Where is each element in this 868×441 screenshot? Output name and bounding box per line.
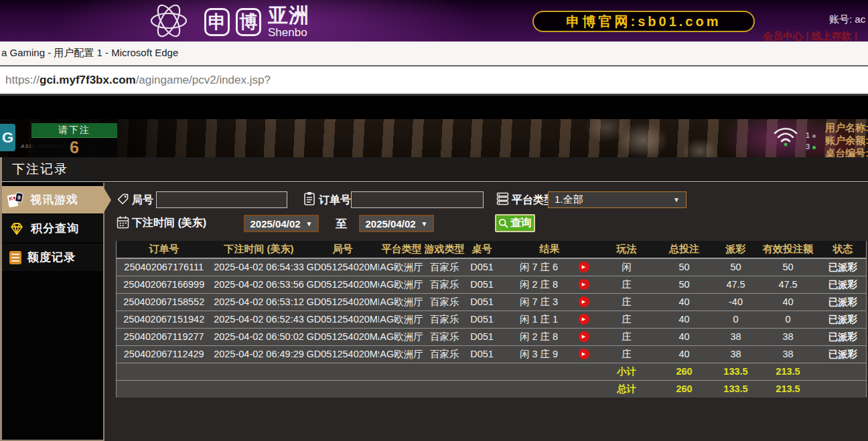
date-from-picker[interactable]: 2025/04/02 ▼ xyxy=(244,215,319,232)
platform-type-value: 1.全部 xyxy=(555,193,583,206)
cell-status: 已派彩 xyxy=(820,328,867,345)
cell-bet-time: 2025-04-02 06:50:02 xyxy=(212,328,307,345)
asia-gaming-badge-icon: G xyxy=(0,124,15,151)
sidebar-item-video-games[interactable]: K♥ 9 视讯游戏 xyxy=(2,186,103,213)
col-total-bet: 总投注 xyxy=(654,241,715,258)
date-from-value: 2025/04/02 xyxy=(250,218,301,230)
logo-char-box: 申 xyxy=(204,8,230,36)
play-video-button[interactable]: ▶ xyxy=(579,349,589,359)
col-result: 结果 xyxy=(500,241,600,258)
cell-status: 已派彩 xyxy=(820,276,867,293)
window-title: a Gaming - 用户配置 1 - Microsoft Edge xyxy=(1,47,178,60)
cell-status: 已派彩 xyxy=(820,345,867,363)
site-logo: 申 博 亚洲 Shenbo xyxy=(139,0,309,41)
address-bar[interactable]: https://gci.myf7f3bx.com/agingame/pcv2/i… xyxy=(0,66,868,96)
cell-game-type: 百家乐 xyxy=(425,328,465,345)
cell-status: 已派彩 xyxy=(820,258,867,276)
cell-status: 已派彩 xyxy=(820,311,867,328)
live-game-video: G ASIA GAMING 请下注 6 1 3 用户名称: 账户余额: 桌台编号… xyxy=(0,119,868,157)
line-number-2: 3 xyxy=(806,143,810,151)
round-id-input[interactable] xyxy=(156,191,287,208)
logo-region-cn: 亚洲 xyxy=(268,5,309,25)
round-id-label: 局号 xyxy=(132,193,153,207)
col-table-no: 桌号 xyxy=(465,241,500,258)
table-row: 250402067112429 2025-04-02 06:49:29 GD05… xyxy=(117,345,867,363)
url-scheme: https:// xyxy=(5,74,40,87)
subtotal-total-bet: 260 xyxy=(654,363,715,380)
site-banner: 申 博 亚洲 Shenbo 申博官网:sb01.com 账号: ac 会员中心 … xyxy=(0,0,868,41)
cell-bet-side: 庄 xyxy=(600,311,654,328)
cell-payout: 38 xyxy=(715,328,757,345)
play-video-button[interactable]: ▶ xyxy=(579,314,589,325)
col-payout: 派彩 xyxy=(715,241,757,258)
play-video-button[interactable]: ▶ xyxy=(579,279,589,290)
cell-round-id: GD051254020ME xyxy=(307,311,379,328)
line-dot-icon xyxy=(812,146,816,149)
bet-prompt-banner: 请下注 xyxy=(31,123,117,138)
betting-records-panel: 下注记录 K♥ 9 视讯游戏 xyxy=(0,157,868,441)
total-payout: 133.5 xyxy=(715,380,757,398)
cell-table-no: D051 xyxy=(465,293,500,311)
subtotal-valid-bet: 213.5 xyxy=(757,363,820,380)
cell-order-id: 250402067158552 xyxy=(117,293,212,311)
cell-bet-time: 2025-04-02 06:53:56 xyxy=(212,276,307,293)
cell-platform: AG欧洲厅 xyxy=(379,328,425,345)
cell-platform: AG欧洲厅 xyxy=(379,276,425,293)
line-number-1: 1 xyxy=(806,131,810,139)
table-row: 250402067151942 2025-04-02 06:52:43 GD05… xyxy=(117,311,867,328)
col-bet-time: 下注时间 (美东) xyxy=(212,241,307,258)
sidebar-item-quota-records[interactable]: 额度记录 xyxy=(2,244,103,271)
cell-result: 闲 3 庄 9 ▶ xyxy=(500,345,600,363)
table-header: 订单号 下注时间 (美东) 局号 平台类型 游戏类型 桌号 结果 玩法 总投注 … xyxy=(117,241,867,258)
cell-bet-side: 庄 xyxy=(600,276,654,293)
col-platform: 平台类型 xyxy=(379,241,425,258)
col-game-type: 游戏类型 xyxy=(425,241,465,258)
date-to-value: 2025/04/02 xyxy=(366,218,416,230)
cell-valid-bet: 38 xyxy=(757,328,820,345)
col-status: 状态 xyxy=(820,241,867,258)
col-order-id: 订单号 xyxy=(117,241,212,258)
logo-region-en: Shenbo xyxy=(268,27,309,38)
cell-game-type: 百家乐 xyxy=(425,258,465,276)
screen: 申 博 亚洲 Shenbo 申博官网:sb01.com 账号: ac 会员中心 … xyxy=(0,0,868,441)
play-video-button[interactable]: ▶ xyxy=(579,296,589,307)
cell-valid-bet: 40 xyxy=(757,293,820,311)
cell-order-id: 250402067166999 xyxy=(117,276,212,293)
cell-payout: -40 xyxy=(715,293,757,311)
subtotal-row: 小计 260 133.5 213.5 xyxy=(117,363,867,380)
gem-icon xyxy=(9,222,25,236)
search-button[interactable]: 查询 xyxy=(495,214,535,232)
cell-order-id: 250402067151942 xyxy=(117,311,212,328)
platform-type-select[interactable]: 1.全部 ▼ xyxy=(548,191,686,208)
chevron-down-icon: ▼ xyxy=(306,220,313,228)
search-button-label: 查询 xyxy=(510,216,532,230)
col-bet-side: 玩法 xyxy=(600,241,654,258)
cell-game-type: 百家乐 xyxy=(425,276,465,293)
play-video-button[interactable]: ▶ xyxy=(579,262,589,272)
records-table-summary: 小计 260 133.5 213.5 总计 260 133.5 213.5 xyxy=(117,363,867,398)
member-nav-links[interactable]: 会员中心 | 线上存款 | xyxy=(763,30,857,41)
sidebar-item-points-query[interactable]: 积分查询 xyxy=(2,215,103,242)
cell-bet-side: 庄 xyxy=(600,293,654,311)
table-row: 250402067176111 2025-04-02 06:54:33 GD05… xyxy=(117,258,867,276)
cell-valid-bet: 0 xyxy=(757,311,820,328)
total-row: 总计 260 133.5 213.5 xyxy=(117,380,867,398)
platform-list-icon xyxy=(496,192,509,205)
result-text: 闲 2 庄 8 xyxy=(500,331,579,343)
cell-valid-bet: 38 xyxy=(757,345,820,363)
play-video-button[interactable]: ▶ xyxy=(579,331,589,342)
line-dot-icon xyxy=(812,135,816,138)
order-id-input[interactable] xyxy=(351,191,484,208)
subtotal-label: 小计 xyxy=(600,363,654,380)
card-face: 9 xyxy=(15,192,23,203)
cell-bet-time: 2025-04-02 06:49:29 xyxy=(212,345,307,363)
date-to-picker[interactable]: 2025/04/02 ▼ xyxy=(359,215,434,232)
cell-round-id: GD051254020MG xyxy=(307,276,379,293)
sidebar-item-label: 额度记录 xyxy=(27,250,76,265)
official-site-button[interactable]: 申博官网:sb01.com xyxy=(532,11,755,32)
result-text: 闲 7 庄 3 xyxy=(500,296,579,308)
order-id-label: 订单号 xyxy=(319,193,351,207)
page-title: 下注记录 xyxy=(2,157,868,182)
total-valid-bet: 213.5 xyxy=(757,380,820,398)
cell-result: 闲 7 庄 3 ▶ xyxy=(500,293,600,311)
